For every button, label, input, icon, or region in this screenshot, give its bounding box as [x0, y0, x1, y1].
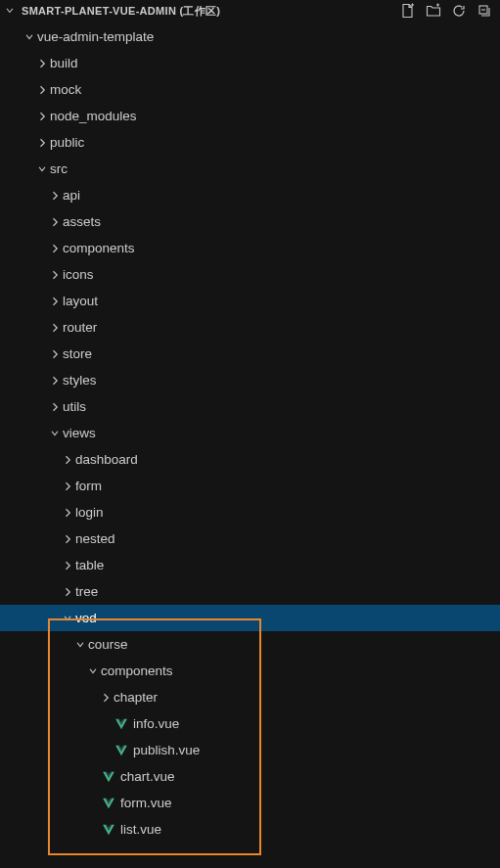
tree-row[interactable]: components — [0, 235, 500, 261]
tree-row[interactable]: public — [0, 129, 500, 156]
tree-row[interactable]: course — [0, 631, 500, 658]
tree-item-label: store — [63, 341, 92, 367]
tree-row[interactable]: src — [0, 156, 500, 182]
tree-item-label: views — [63, 420, 96, 446]
tree-row[interactable]: list.vue — [0, 816, 500, 843]
vue-file-icon — [114, 743, 129, 758]
tree-row[interactable]: chart.vue — [0, 763, 500, 790]
tree-row[interactable]: assets — [0, 208, 500, 235]
twisty-spacer — [85, 796, 101, 811]
chevron-down-icon[interactable] — [47, 426, 63, 441]
tree-row[interactable]: form.vue — [0, 790, 500, 816]
tree-row[interactable]: api — [0, 182, 500, 208]
chevron-right-icon[interactable] — [60, 531, 75, 547]
tree-row[interactable]: build — [0, 50, 500, 76]
tree-item-label: tree — [75, 578, 98, 605]
tree-item-label: components — [101, 658, 173, 684]
tree-item-label: nested — [75, 525, 115, 552]
chevron-right-icon[interactable] — [98, 690, 114, 706]
header-actions — [400, 3, 496, 19]
chevron-right-icon[interactable] — [60, 452, 75, 468]
tree-row[interactable]: chapter — [0, 684, 500, 710]
chevron-right-icon[interactable] — [60, 505, 75, 521]
tree-item-label: src — [50, 156, 68, 182]
tree-item-label: components — [63, 235, 135, 261]
chevron-right-icon[interactable] — [34, 82, 50, 98]
explorer-header: SMART-PLANET-VUE-ADMIN (工作区) — [0, 0, 500, 22]
workspace-title: SMART-PLANET-VUE-ADMIN (工作区) — [20, 4, 220, 19]
tree-item-label: chart.vue — [120, 763, 175, 790]
chevron-right-icon[interactable] — [47, 214, 63, 230]
tree-item-label: dashboard — [75, 446, 138, 473]
vue-file-icon — [101, 796, 116, 811]
new-file-icon[interactable] — [400, 3, 416, 19]
chevron-right-icon[interactable] — [60, 558, 75, 573]
tree-row[interactable]: layout — [0, 288, 500, 314]
chevron-right-icon[interactable] — [47, 320, 63, 336]
tree-row[interactable]: components — [0, 658, 500, 684]
tree-item-label: publish.vue — [133, 737, 200, 763]
chevron-down-icon[interactable] — [72, 637, 88, 653]
tree-item-label: build — [50, 50, 78, 76]
chevron-right-icon[interactable] — [34, 135, 50, 151]
twisty-spacer — [98, 743, 114, 758]
tree-item-label: form.vue — [120, 790, 172, 816]
tree-row[interactable]: publish.vue — [0, 737, 500, 763]
chevron-right-icon[interactable] — [60, 584, 75, 600]
tree-row[interactable]: nested — [0, 525, 500, 552]
tree-item-label: public — [50, 129, 84, 156]
tree-row[interactable]: vod — [0, 605, 500, 631]
chevron-down-icon[interactable] — [22, 29, 37, 45]
chevron-right-icon[interactable] — [47, 399, 63, 415]
refresh-icon[interactable] — [451, 3, 467, 19]
vue-file-icon — [101, 769, 116, 785]
tree-row[interactable]: login — [0, 499, 500, 525]
chevron-down-icon[interactable] — [2, 3, 18, 19]
chevron-right-icon[interactable] — [47, 241, 63, 256]
tree-item-label: login — [75, 499, 104, 525]
tree-item-label: form — [75, 473, 102, 499]
tree-item-label: layout — [63, 288, 98, 314]
tree-row[interactable]: utils — [0, 393, 500, 420]
tree-item-label: table — [75, 552, 104, 578]
chevron-down-icon[interactable] — [85, 663, 101, 679]
chevron-right-icon[interactable] — [47, 373, 63, 388]
tree-row[interactable]: icons — [0, 261, 500, 288]
tree-item-label: api — [63, 182, 80, 208]
tree-row[interactable]: node_modules — [0, 103, 500, 129]
tree-row[interactable]: styles — [0, 367, 500, 393]
chevron-right-icon[interactable] — [34, 109, 50, 124]
tree-row[interactable]: tree — [0, 578, 500, 605]
tree-item-label: vod — [75, 605, 97, 631]
tree-row[interactable]: dashboard — [0, 446, 500, 473]
chevron-right-icon[interactable] — [47, 188, 63, 204]
tree-row[interactable]: vue-admin-template — [0, 23, 500, 50]
chevron-right-icon[interactable] — [34, 56, 50, 71]
chevron-right-icon[interactable] — [47, 294, 63, 309]
file-tree: vue-admin-templatebuildmocknode_modulesp… — [0, 22, 500, 843]
tree-row[interactable]: router — [0, 314, 500, 341]
tree-item-label: info.vue — [133, 710, 179, 737]
tree-row[interactable]: info.vue — [0, 710, 500, 737]
tree-item-label: course — [88, 631, 128, 658]
chevron-right-icon[interactable] — [47, 346, 63, 362]
tree-row[interactable]: form — [0, 473, 500, 499]
tree-row[interactable]: store — [0, 341, 500, 367]
twisty-spacer — [98, 716, 114, 732]
tree-row[interactable]: views — [0, 420, 500, 446]
tree-item-label: utils — [63, 393, 86, 420]
chevron-down-icon[interactable] — [34, 161, 50, 177]
tree-row[interactable]: mock — [0, 76, 500, 103]
tree-row[interactable]: table — [0, 552, 500, 578]
chevron-down-icon[interactable] — [60, 611, 75, 626]
collapse-all-icon[interactable] — [477, 3, 492, 19]
twisty-spacer — [85, 769, 101, 785]
chevron-right-icon[interactable] — [47, 267, 63, 283]
vue-file-icon — [101, 822, 116, 838]
vue-file-icon — [114, 716, 129, 732]
chevron-right-icon[interactable] — [60, 479, 75, 494]
tree-item-label: icons — [63, 261, 94, 288]
new-folder-icon[interactable] — [426, 3, 441, 19]
tree-item-label: list.vue — [120, 816, 161, 843]
tree-item-label: node_modules — [50, 103, 137, 129]
